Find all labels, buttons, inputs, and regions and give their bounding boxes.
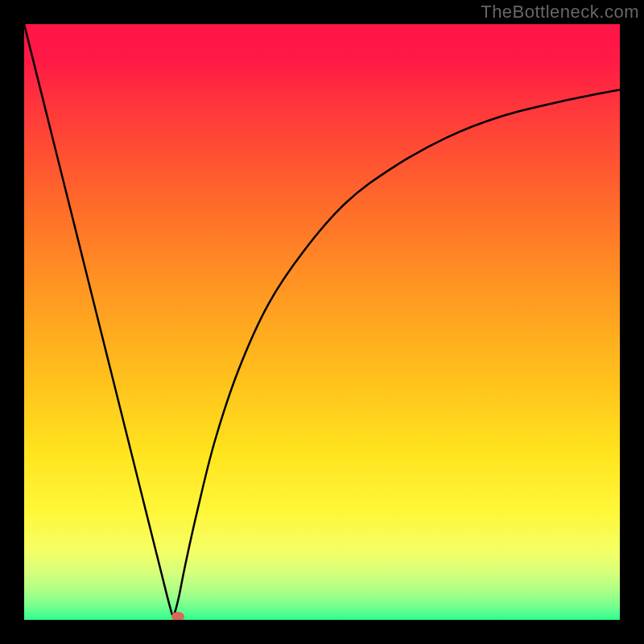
bottleneck-curve bbox=[24, 24, 620, 620]
plot-area bbox=[24, 24, 620, 620]
chart-frame: TheBottleneck.com bbox=[0, 0, 644, 644]
watermark-label: TheBottleneck.com bbox=[481, 2, 639, 23]
optimum-marker-icon bbox=[171, 612, 184, 620]
